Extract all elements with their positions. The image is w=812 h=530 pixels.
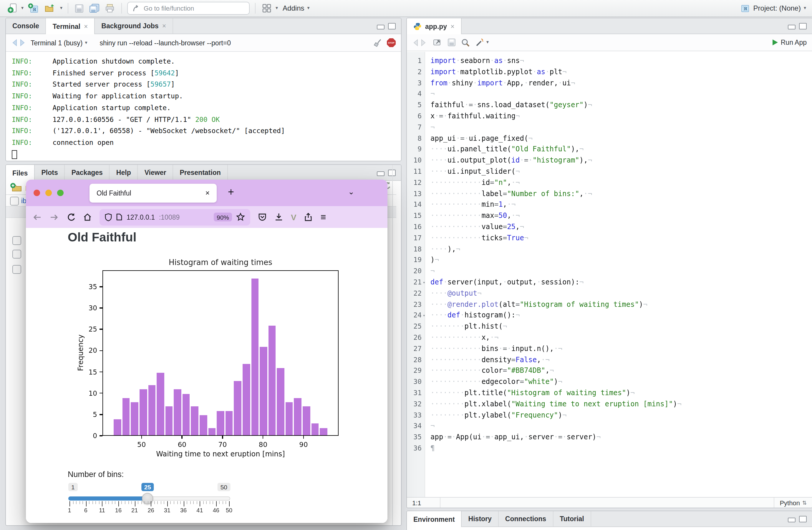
- open-in-new-window-icon[interactable]: [433, 38, 442, 46]
- save-all-button[interactable]: [88, 2, 101, 14]
- tab-tutorial[interactable]: Tutorial: [553, 511, 591, 527]
- tab-connections[interactable]: Connections: [499, 511, 553, 527]
- terminal-text: INFO:: [12, 92, 32, 100]
- minimize-pane-icon[interactable]: [377, 25, 385, 29]
- tab-packages[interactable]: Packages: [65, 165, 110, 180]
- run-app-button[interactable]: Run App: [772, 39, 807, 46]
- tab-viewer[interactable]: Viewer: [138, 165, 173, 180]
- editor-nav-arrows-icon[interactable]: [412, 39, 427, 46]
- open-recent-caret-icon[interactable]: ▾: [60, 6, 62, 11]
- url-bar[interactable]: 127.0.0.1:10089 90%: [100, 209, 250, 225]
- bookmark-star-icon[interactable]: [236, 213, 245, 221]
- open-file-button[interactable]: [43, 2, 57, 14]
- code-token: ············: [431, 178, 481, 187]
- line-number: 19: [407, 255, 422, 266]
- code-token: ·: [473, 101, 477, 109]
- pocket-icon[interactable]: [258, 213, 267, 221]
- file-checkbox[interactable]: [12, 236, 21, 245]
- tab-close-icon[interactable]: ×: [205, 189, 209, 197]
- zoom-window-button[interactable]: [57, 190, 63, 196]
- browser-tab[interactable]: Old Faithful ×: [89, 184, 217, 203]
- url-host: 127.0.0.1: [127, 214, 155, 220]
- minimize-window-button[interactable]: [45, 190, 52, 196]
- zoom-level-badge[interactable]: 90%: [214, 213, 232, 221]
- maximize-pane-icon[interactable]: [799, 516, 807, 522]
- addins-button[interactable]: Addins: [282, 4, 304, 12]
- forward-button-icon[interactable]: [49, 213, 59, 221]
- code-editor[interactable]: 1import·seaborn·as·sns¬2import·matplotli…: [407, 52, 812, 497]
- code-token: ¬: [558, 377, 562, 386]
- code-token: ·: [554, 433, 558, 441]
- save-icon[interactable]: [448, 38, 456, 46]
- tab-presentation[interactable]: Presentation: [173, 165, 228, 180]
- language-selector[interactable]: Python ⇅: [774, 498, 812, 507]
- code-line: 19)¬: [407, 255, 812, 266]
- minimize-pane-icon[interactable]: [788, 517, 796, 522]
- clear-terminal-broom-icon[interactable]: [373, 38, 382, 47]
- new-folder-button[interactable]: [10, 183, 23, 192]
- home-button-icon[interactable]: [83, 213, 92, 221]
- code-token: ): [639, 300, 643, 308]
- tab-label: Presentation: [179, 169, 220, 176]
- tab-plots[interactable]: Plots: [35, 165, 65, 180]
- code-token: ·: [448, 78, 452, 87]
- code-token: ·: [443, 112, 447, 120]
- terminal-history-arrows-icon[interactable]: [11, 39, 27, 46]
- reload-button-icon[interactable]: [67, 213, 75, 221]
- fold-arrow-icon[interactable]: ▾: [423, 311, 425, 322]
- tab-close-icon[interactable]: ×: [162, 23, 166, 29]
- tab-close-icon[interactable]: ×: [84, 23, 88, 30]
- file-checkbox[interactable]: [12, 250, 21, 259]
- new-tab-button[interactable]: +: [228, 186, 234, 199]
- search-icon[interactable]: [461, 38, 470, 47]
- minimize-pane-icon[interactable]: [377, 171, 385, 176]
- file-checkbox[interactable]: [10, 197, 19, 205]
- minimize-pane-icon[interactable]: [788, 25, 796, 29]
- maximize-pane-icon[interactable]: [388, 23, 396, 29]
- project-menu[interactable]: R Project: (None) ▾: [740, 3, 806, 13]
- tab-terminal[interactable]: Terminal×: [46, 18, 95, 34]
- pane-layout-caret-icon[interactable]: ▾: [276, 6, 278, 11]
- shield-permissions-icon[interactable]: [105, 213, 112, 221]
- terminal-text: INFO:: [12, 69, 32, 77]
- cursor-position[interactable]: 1:1: [407, 498, 440, 507]
- tab-close-icon[interactable]: ×: [450, 23, 454, 30]
- addins-caret-icon[interactable]: ▾: [307, 6, 310, 11]
- code-token: ·: [473, 78, 477, 87]
- tab-history[interactable]: History: [462, 511, 499, 527]
- terminal-select-dropdown[interactable]: Terminal 1 (busy) ▾: [31, 39, 87, 46]
- tab-files[interactable]: Files: [6, 165, 35, 181]
- tab-help[interactable]: Help: [110, 165, 138, 180]
- file-checkbox[interactable]: [12, 265, 21, 274]
- fold-arrow-icon[interactable]: ▾: [423, 277, 425, 289]
- close-window-button[interactable]: [33, 190, 40, 196]
- stop-button[interactable]: STOP: [387, 38, 396, 47]
- code-token: import: [477, 78, 503, 87]
- code-token: ¬: [431, 267, 435, 275]
- tab-list-chevron-icon[interactable]: ⌄: [348, 187, 354, 196]
- new-file-caret-icon[interactable]: ▾: [21, 6, 24, 11]
- terminal-output[interactable]: INFO: Application shutdown complete.INFO…: [6, 52, 401, 160]
- terminal-command-text: shiny run --reload --launch-browser --po…: [100, 39, 231, 46]
- new-project-button[interactable]: R: [27, 2, 40, 15]
- tab-environment[interactable]: Environment: [407, 511, 462, 527]
- tab-background-jobs[interactable]: Background Jobs×: [95, 18, 173, 33]
- new-file-button[interactable]: [6, 2, 18, 15]
- tab-console[interactable]: Console: [6, 18, 46, 33]
- tab-app-py[interactable]: app.py ×: [407, 18, 462, 34]
- save-button[interactable]: [74, 3, 85, 14]
- code-tools-button[interactable]: ▾: [475, 38, 489, 47]
- pane-layout-button[interactable]: [261, 2, 273, 14]
- maximize-pane-icon[interactable]: [799, 23, 807, 29]
- code-token: id: [511, 156, 520, 164]
- menu-hamburger-icon[interactable]: ≡: [321, 212, 326, 222]
- downloads-icon[interactable]: [274, 213, 283, 221]
- print-button[interactable]: [104, 2, 116, 14]
- maximize-pane-icon[interactable]: [388, 169, 396, 176]
- share-icon[interactable]: [304, 213, 313, 221]
- page-info-icon[interactable]: [116, 213, 122, 221]
- goto-file-function-box[interactable]: Go to file/function: [127, 2, 250, 15]
- extension-v-icon[interactable]: V: [291, 212, 296, 222]
- back-button-icon[interactable]: [32, 213, 42, 221]
- tab-label: Help: [116, 169, 131, 176]
